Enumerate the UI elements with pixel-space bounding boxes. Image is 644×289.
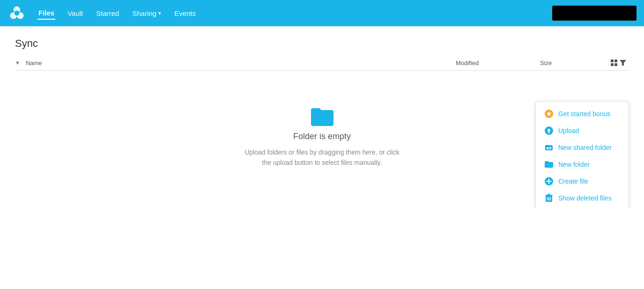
new-shared-folder-item[interactable]: New shared folder xyxy=(536,139,629,156)
empty-title: Folder is empty xyxy=(293,132,351,141)
col-modified: Modified xyxy=(456,59,540,67)
table-actions-toggle[interactable] xyxy=(610,59,629,67)
nav-vault[interactable]: Vault xyxy=(67,7,84,19)
svg-rect-7 xyxy=(614,63,617,66)
grid-icon xyxy=(610,59,618,67)
svg-rect-4 xyxy=(611,59,614,62)
upload-label: Upload xyxy=(558,127,579,134)
table-header: ▼ Name Modified Size xyxy=(15,59,629,71)
svg-rect-6 xyxy=(611,63,614,66)
show-deleted-files-label: Show deleted files xyxy=(558,194,612,202)
plus-circle-icon xyxy=(544,177,554,186)
folder-icon xyxy=(544,160,554,169)
nav-sharing[interactable]: Sharing ▾ xyxy=(131,7,162,19)
get-started-bonus-label: Get started bonus xyxy=(558,110,610,118)
svg-point-15 xyxy=(549,147,551,149)
col-size: Size xyxy=(540,59,610,67)
sharing-chevron-icon: ▾ xyxy=(158,10,161,16)
app-logo[interactable] xyxy=(7,4,26,22)
action-dropdown-menu: Get started bonus Upload xyxy=(535,101,629,207)
trash-icon xyxy=(544,193,554,203)
create-file-item[interactable]: Create file xyxy=(536,173,629,190)
nav-events[interactable]: Events xyxy=(173,7,197,19)
page-title: Sync xyxy=(15,37,629,50)
filter-icon xyxy=(620,59,626,66)
shared-folder-icon xyxy=(544,143,554,152)
sort-toggle[interactable]: ▼ xyxy=(15,60,20,66)
svg-rect-21 xyxy=(548,194,550,195)
empty-description: Upload folders or files by dragging them… xyxy=(244,147,400,168)
create-file-label: Create file xyxy=(558,178,588,185)
new-folder-label: New folder xyxy=(558,161,590,168)
upload-item[interactable]: Upload xyxy=(536,122,629,139)
svg-marker-8 xyxy=(620,60,626,66)
svg-rect-20 xyxy=(545,195,553,196)
nav-files[interactable]: Files xyxy=(37,7,55,20)
svg-point-3 xyxy=(15,11,20,16)
user-menu-button[interactable] xyxy=(552,6,637,21)
new-folder-item[interactable]: New folder xyxy=(536,156,629,173)
svg-point-14 xyxy=(547,147,548,149)
show-deleted-files-item[interactable]: Show deleted files xyxy=(536,190,629,207)
nav-right xyxy=(552,6,637,21)
star-icon xyxy=(544,109,554,119)
navbar: Files Vault Starred Sharing ▾ Events xyxy=(0,0,644,26)
new-shared-folder-label: New shared folder xyxy=(558,144,612,151)
empty-folder-icon xyxy=(311,108,333,126)
get-started-bonus-item[interactable]: Get started bonus xyxy=(536,105,629,122)
sort-arrow-icon: ▼ xyxy=(15,60,20,66)
main-content: Sync ▼ Name Modified Size xyxy=(0,26,644,207)
col-name: Name xyxy=(26,59,456,67)
upload-icon xyxy=(544,126,554,135)
svg-rect-5 xyxy=(614,59,617,62)
nav-starred[interactable]: Starred xyxy=(95,7,120,19)
